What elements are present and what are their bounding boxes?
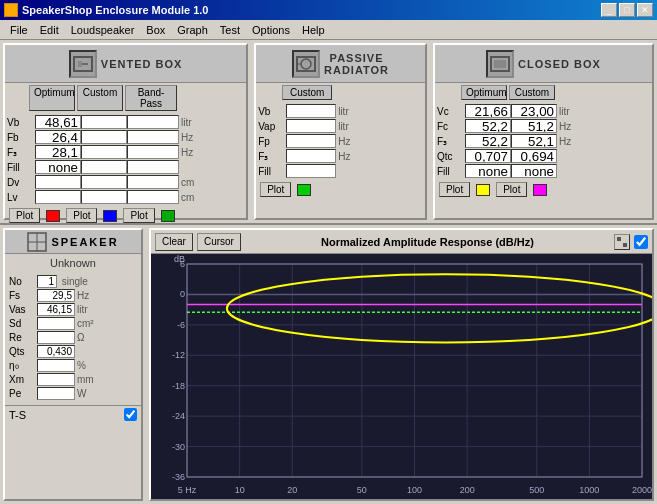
pe-input[interactable]	[37, 387, 75, 400]
menu-box[interactable]: Box	[140, 23, 171, 37]
closed-color-2[interactable]	[533, 184, 547, 196]
menu-graph[interactable]: Graph	[171, 23, 214, 37]
lv-optimum-input[interactable]	[35, 190, 81, 204]
maximize-button[interactable]: □	[619, 3, 635, 17]
graph-panel: Clear Cursor Normalized Amplitude Respon…	[149, 228, 654, 501]
vented-plot-button-3[interactable]: Plot	[123, 208, 154, 223]
vented-plot-button-2[interactable]: Plot	[66, 208, 97, 223]
passive-box-icon	[292, 50, 320, 78]
cursor-button[interactable]: Cursor	[197, 233, 241, 251]
vap-label: Vap	[258, 121, 286, 132]
vented-color-2[interactable]	[103, 210, 117, 222]
eta-row: η₀ %	[9, 359, 137, 372]
closed-plot-button-1[interactable]: Plot	[439, 182, 470, 197]
vb-optimum-input[interactable]	[35, 115, 81, 129]
xm-input[interactable]	[37, 373, 75, 386]
fill-closed-optimum-input[interactable]	[465, 164, 511, 178]
fp-input[interactable]	[286, 134, 336, 148]
fp-unit: Hz	[336, 136, 350, 147]
menu-loudspeaker[interactable]: Loudspeaker	[65, 23, 141, 37]
fc-custom-input[interactable]	[511, 119, 557, 133]
closed-box-header: CLOSED BOX	[435, 45, 652, 83]
lv-bandpass-input[interactable]	[127, 190, 179, 204]
ts-row: T-S	[5, 405, 141, 423]
clear-button[interactable]: Clear	[155, 233, 193, 251]
vb-custom-input[interactable]	[81, 115, 127, 129]
fill-vented-bandpass-input[interactable]	[127, 160, 179, 174]
no-input[interactable]	[37, 275, 57, 288]
menu-file[interactable]: File	[4, 23, 34, 37]
vented-color-3[interactable]	[161, 210, 175, 222]
top-panel: VENTED BOX Optimum Custom Band-Pass Vb l…	[0, 40, 657, 225]
sd-input[interactable]	[37, 317, 75, 330]
minimize-button[interactable]: _	[601, 3, 617, 17]
closed-plot-button-2[interactable]: Plot	[496, 182, 527, 197]
vb-bandpass-input[interactable]	[127, 115, 179, 129]
passive-color[interactable]	[297, 184, 311, 196]
vb-passive-input[interactable]	[286, 104, 336, 118]
vas-row: Vas litr	[9, 303, 137, 316]
dv-optimum-input[interactable]	[35, 175, 81, 189]
lv-custom-input[interactable]	[81, 190, 127, 204]
qtc-label: Qtc	[437, 151, 465, 162]
vas-input[interactable]	[37, 303, 75, 316]
vented-color-1[interactable]	[46, 210, 60, 222]
speaker-header: SPEAKER	[5, 230, 141, 254]
f3-vented-optimum-input[interactable]	[35, 145, 81, 159]
dv-custom-input[interactable]	[81, 175, 127, 189]
svg-point-4	[301, 59, 311, 69]
graph-settings-icon[interactable]	[614, 234, 630, 250]
dv-bandpass-input[interactable]	[127, 175, 179, 189]
fs-input[interactable]	[37, 289, 75, 302]
vc-optimum-input[interactable]	[465, 104, 511, 118]
svg-rect-7	[494, 60, 506, 68]
menu-help[interactable]: Help	[296, 23, 331, 37]
passive-custom-header: Custom	[282, 85, 332, 100]
qts-input[interactable]	[37, 345, 75, 358]
vc-custom-input[interactable]	[511, 104, 557, 118]
main-content: VENTED BOX Optimum Custom Band-Pass Vb l…	[0, 40, 657, 504]
f3-vented-custom-input[interactable]	[81, 145, 127, 159]
ts-checkbox[interactable]	[124, 408, 137, 421]
f3-closed-custom-input[interactable]	[511, 134, 557, 148]
menu-options[interactable]: Options	[246, 23, 296, 37]
qtc-optimum-input[interactable]	[465, 149, 511, 163]
f3-closed-label: F₃	[437, 136, 465, 147]
fill-closed-custom-input[interactable]	[511, 164, 557, 178]
passive-plot-button[interactable]: Plot	[260, 182, 291, 197]
fb-bandpass-input[interactable]	[127, 130, 179, 144]
menu-test[interactable]: Test	[214, 23, 246, 37]
qtc-custom-input[interactable]	[511, 149, 557, 163]
f3-closed-optimum-input[interactable]	[465, 134, 511, 148]
fill-vented-optimum-input[interactable]	[35, 160, 81, 174]
fc-optimum-input[interactable]	[465, 119, 511, 133]
vc-unit: litr	[557, 106, 570, 117]
vap-input[interactable]	[286, 119, 336, 133]
vented-box-header: VENTED BOX	[5, 45, 246, 83]
f3-passive-input[interactable]	[286, 149, 336, 163]
eta-input[interactable]	[37, 359, 75, 372]
f3-closed-unit: Hz	[557, 136, 571, 147]
fb-custom-input[interactable]	[81, 130, 127, 144]
vb-passive-unit: litr	[336, 106, 349, 117]
menu-bar: File Edit Loudspeaker Box Graph Test Opt…	[0, 20, 657, 40]
graph-area	[151, 254, 652, 499]
no-label: No	[9, 276, 37, 287]
fb-optimum-input[interactable]	[35, 130, 81, 144]
xm-unit: mm	[77, 374, 94, 385]
f3-vented-bandpass-input[interactable]	[127, 145, 179, 159]
pe-label: Pe	[9, 388, 37, 399]
close-button[interactable]: ✕	[637, 3, 653, 17]
speaker-icon	[27, 232, 47, 252]
graph-enable-checkbox[interactable]	[634, 235, 648, 249]
fill-vented-custom-input[interactable]	[81, 160, 127, 174]
fill-passive-input[interactable]	[286, 164, 336, 178]
menu-edit[interactable]: Edit	[34, 23, 65, 37]
dv-unit: cm	[179, 177, 194, 188]
vented-plot-button-1[interactable]: Plot	[9, 208, 40, 223]
re-input[interactable]	[37, 331, 75, 344]
fill-passive-label: Fill	[258, 166, 286, 177]
xm-row: Xm mm	[9, 373, 137, 386]
lv-label: Lv	[7, 192, 35, 203]
closed-color-1[interactable]	[476, 184, 490, 196]
